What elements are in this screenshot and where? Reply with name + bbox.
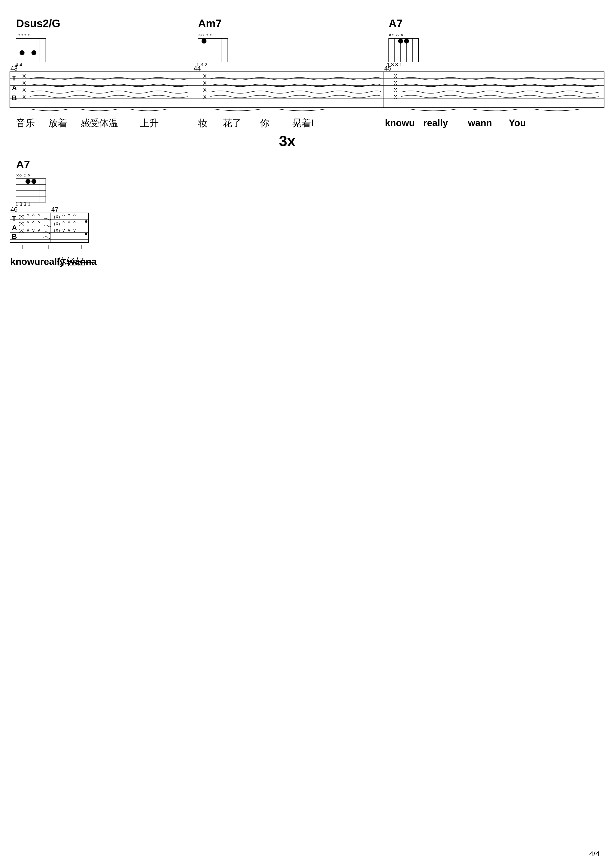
tab2-strum-46-1a: ^ [27, 220, 29, 226]
tab-letter-t: T [12, 74, 16, 82]
tab-x-44-a1: X [203, 80, 207, 86]
tie-44-1 [213, 109, 262, 111]
tab2-strum-47-2a: ^ [68, 220, 70, 226]
tab2-strum-47-1t: ^ [62, 213, 65, 218]
tab-x-43-b1: X [22, 87, 26, 93]
chord-indicators-a7-2: ×○ ○ × [16, 172, 31, 178]
tab-x-43-a1: X [22, 80, 26, 86]
measure-num-44: 44 [194, 65, 201, 72]
chord-dot-a7-2 [404, 39, 409, 43]
tab2-strum-47-2t: ^ [68, 213, 70, 218]
tie-44-2 [277, 109, 327, 111]
tab-letter-a-2: A [12, 224, 17, 231]
measure-num-46: 46 [11, 206, 17, 213]
chord-name-a7-2: A7 [16, 158, 30, 170]
wavy2-46-b2 [43, 237, 51, 239]
wavy-44-b2 [211, 95, 381, 98]
tab-x-44-b1: X [203, 87, 207, 93]
chord-dot-a7-2-1 [25, 179, 31, 184]
tab2-strum-46-3b: v [38, 227, 40, 232]
measure-num-43: 43 [11, 65, 17, 72]
tab2-strum-47-1b: v [62, 227, 65, 232]
tab-x-45-b1: X [394, 87, 397, 93]
chord-dot-am7-1 [202, 39, 206, 43]
tab2-strum-47-3a: ^ [73, 220, 76, 226]
wavy-43-b2 [30, 95, 188, 98]
tab-x-44-t1: X [203, 73, 207, 79]
tab2-strum-47-3b: v [73, 227, 76, 232]
lyric-43-4: 上升 [140, 118, 159, 128]
tab-letter-b: B [12, 94, 17, 102]
tie-43-3 [129, 109, 168, 111]
lyric-44-2: 花了 [223, 118, 242, 128]
tab2-x-46-b: (X) [19, 228, 25, 233]
repeat-marker: 3x [279, 133, 296, 149]
tab2-strum-47-3t: ^ [73, 213, 76, 218]
tab-x-45-b2: X [394, 94, 397, 100]
chord-name-dsus2g: Dsus2/G [16, 17, 60, 29]
tab2-strum-46-3t: ^ [38, 213, 40, 218]
lyric-43-3: 感受体温 [81, 118, 118, 128]
tie-45-3 [532, 109, 582, 111]
tie-45-2 [470, 109, 520, 111]
repeat-dot-2 [85, 232, 87, 235]
tie-43-2 [79, 109, 119, 111]
chord-indicators-a7-1: ×○ ○ × [389, 32, 403, 38]
tab2-x-46-t: (X) [19, 214, 25, 219]
tab2-strum-46-2a: ^ [32, 220, 35, 226]
lyric-43-2: 放着 [48, 118, 67, 128]
tab-x-43-t1: X [22, 73, 26, 79]
tab2-strum-46-2b: v [32, 227, 35, 232]
tab-x-43-b2: X [22, 94, 26, 100]
lyric-44-1: 妆 [198, 118, 208, 128]
tab2-strum-47-2b: v [68, 227, 70, 232]
tab-x-44-b2: X [203, 94, 207, 100]
wavy-45-b2 [401, 95, 599, 98]
tab2-x-46-a: (X) [19, 221, 25, 226]
tab2-strum-46-1t: ^ [27, 213, 29, 218]
lyric-45-4: You [509, 118, 526, 128]
measure-num-47: 47 [51, 206, 59, 213]
lyric-44-4: 晃着I [292, 118, 314, 128]
chord-dot-dsus2g-1 [20, 50, 25, 55]
tie-43-1 [30, 109, 69, 111]
tab2-x-47-t: (X) [54, 214, 60, 219]
lyric-44-3: 你 [260, 118, 269, 128]
measure-num-45: 45 [384, 65, 391, 72]
chord-dot-a7-2-2 [31, 179, 36, 184]
tab-x-45-a1: X [394, 80, 397, 86]
tab-letter-t-2: T [12, 215, 16, 223]
tab2-x-47-b: (X) [54, 228, 60, 233]
tab-staff-1-border [10, 72, 604, 108]
tab-x-45-t1: X [394, 73, 397, 79]
lyric-45-2: really [423, 118, 448, 128]
chord-dot-a7-1 [398, 39, 403, 43]
lyric-45-3: wann [468, 118, 492, 128]
chord-name-am7: Am7 [198, 17, 222, 29]
chord-indicators-dsus2g: ○○○ ○ [17, 32, 31, 38]
chord-dot-dsus2g-2 [31, 50, 36, 55]
repeat-dot-1 [85, 220, 87, 223]
lyric-47-1: 你轻轻— [57, 256, 95, 267]
page-number: 4/4 [589, 850, 600, 858]
tab2-strum-46-2t: ^ [32, 213, 35, 218]
tab2-strum-47-1a: ^ [62, 220, 65, 226]
tab2-strum-46-3a: ^ [38, 220, 40, 226]
lyric-45-1: knowu [385, 118, 415, 128]
lyric-43-1: 音乐 [16, 118, 35, 128]
tab2-strum-46-1b: v [27, 227, 29, 232]
chord-indicators-am7: ×○ ○ ○ [198, 32, 213, 38]
chord-fingers-a7-2: 1 3 3 1 [16, 202, 31, 207]
tie-45-1 [408, 109, 458, 111]
chord-name-a7-1: A7 [389, 17, 403, 29]
tab2-x-47-a: (X) [54, 221, 60, 226]
